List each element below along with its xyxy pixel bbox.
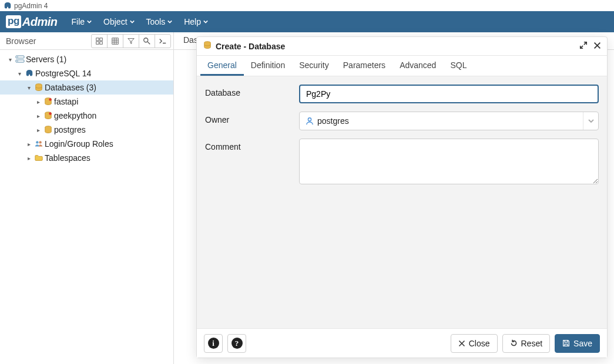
database-icon bbox=[33, 83, 45, 92]
tree-db-label: fastapi bbox=[54, 97, 78, 106]
logo-pg: pg bbox=[6, 15, 21, 28]
database-icon bbox=[203, 41, 212, 51]
toolbar-search-button[interactable] bbox=[139, 34, 155, 48]
toolbar-properties-button[interactable] bbox=[91, 34, 108, 48]
save-button[interactable]: Save bbox=[555, 334, 600, 353]
tree-server-postgresql[interactable]: ▾ PostgreSQL 14 bbox=[0, 66, 173, 80]
svg-point-8 bbox=[17, 60, 18, 62]
tree-tablespaces-label: Tablespaces bbox=[45, 153, 90, 163]
logo-admin: Admin bbox=[22, 15, 58, 29]
owner-value: postgres bbox=[317, 116, 349, 126]
filter-icon bbox=[127, 37, 135, 45]
tab-advanced[interactable]: Advanced bbox=[392, 56, 443, 76]
chevron-down-icon[interactable]: ▾ bbox=[15, 70, 24, 77]
terminal-icon bbox=[159, 37, 167, 45]
save-button-label: Save bbox=[573, 339, 592, 348]
svg-point-11 bbox=[49, 98, 51, 100]
svg-rect-5 bbox=[16, 56, 24, 58]
tree-tablespaces[interactable]: ▸ Tablespaces bbox=[0, 151, 173, 165]
close-button[interactable]: Close bbox=[451, 334, 498, 353]
tree-db-label: postgres bbox=[54, 125, 86, 134]
logo: pgAdmin bbox=[0, 15, 66, 29]
svg-point-15 bbox=[36, 141, 38, 143]
tab-sql[interactable]: SQL bbox=[443, 56, 474, 76]
chevron-down-icon[interactable]: ▾ bbox=[6, 56, 14, 63]
grid-icon bbox=[111, 37, 119, 45]
tree-servers-label: Servers (1) bbox=[26, 55, 66, 64]
chevron-down-icon bbox=[203, 19, 208, 24]
svg-point-18 bbox=[308, 118, 311, 121]
comment-textarea[interactable] bbox=[299, 139, 599, 184]
svg-rect-3 bbox=[100, 41, 102, 43]
menu-help[interactable]: Help bbox=[178, 11, 214, 32]
menu-file-label: File bbox=[72, 17, 85, 26]
properties-icon bbox=[95, 37, 103, 45]
tree-servers[interactable]: ▾ Servers (1) bbox=[0, 52, 173, 66]
servers-icon bbox=[14, 55, 26, 63]
svg-point-16 bbox=[39, 141, 41, 143]
reset-button[interactable]: Reset bbox=[502, 334, 551, 353]
tree-db-postgres[interactable]: ▸ postgres bbox=[0, 123, 173, 137]
close-icon bbox=[458, 340, 465, 347]
select-caret[interactable] bbox=[583, 112, 598, 130]
database-icon bbox=[42, 97, 54, 106]
info-button[interactable]: i bbox=[204, 334, 223, 353]
tab-parameters[interactable]: Parameters bbox=[336, 56, 392, 76]
reset-icon bbox=[510, 339, 518, 347]
toolbar-grid-button[interactable] bbox=[107, 34, 123, 48]
svg-rect-2 bbox=[96, 41, 99, 43]
main-nav: pgAdmin File Object Tools Help bbox=[0, 11, 614, 32]
tree-roles-label: Login/Group Roles bbox=[45, 139, 113, 149]
tree-server-label: PostgreSQL 14 bbox=[35, 69, 91, 78]
user-icon bbox=[306, 117, 314, 125]
tab-general[interactable]: General bbox=[200, 56, 244, 76]
menu-file[interactable]: File bbox=[66, 11, 98, 32]
chevron-right-icon[interactable]: ▸ bbox=[34, 127, 42, 133]
tree-db-geekpython[interactable]: ▸ geekpython bbox=[0, 109, 173, 123]
tab-definition[interactable]: Definition bbox=[244, 56, 292, 76]
save-icon bbox=[562, 339, 570, 347]
close-icon bbox=[593, 42, 601, 49]
comment-label: Comment bbox=[205, 139, 299, 151]
reset-button-label: Reset bbox=[521, 339, 543, 348]
svg-point-7 bbox=[17, 56, 18, 58]
browser-tree[interactable]: ▾ Servers (1) ▾ PostgreSQL 14 ▾ Database… bbox=[0, 50, 173, 364]
menu-help-label: Help bbox=[184, 17, 201, 26]
elephant-icon bbox=[24, 69, 35, 77]
users-icon bbox=[33, 140, 45, 148]
owner-select[interactable]: postgres bbox=[299, 112, 599, 130]
tree-login-roles[interactable]: ▸ Login/Group Roles bbox=[0, 137, 173, 151]
close-dialog-button[interactable] bbox=[593, 42, 601, 51]
menu-tools[interactable]: Tools bbox=[140, 11, 179, 32]
help-button[interactable]: ? bbox=[227, 334, 246, 353]
chevron-right-icon[interactable]: ▸ bbox=[34, 113, 42, 119]
elephant-icon bbox=[4, 2, 12, 10]
svg-point-13 bbox=[49, 112, 51, 114]
close-button-label: Close bbox=[469, 339, 490, 348]
chevron-down-icon bbox=[167, 19, 172, 24]
database-label: Database bbox=[205, 85, 299, 97]
chevron-right-icon[interactable]: ▸ bbox=[25, 155, 33, 161]
toolbar-filter-button[interactable] bbox=[123, 34, 139, 48]
menu-object-label: Object bbox=[103, 17, 127, 26]
svg-rect-0 bbox=[96, 38, 99, 40]
window-title: pgAdmin 4 bbox=[14, 2, 48, 10]
chevron-right-icon[interactable]: ▸ bbox=[34, 99, 42, 105]
info-icon: i bbox=[208, 338, 219, 349]
database-name-input[interactable] bbox=[299, 85, 599, 103]
svg-rect-6 bbox=[16, 60, 24, 62]
browser-title: Browser bbox=[6, 36, 36, 46]
dialog-tabs: General Definition Security Parameters A… bbox=[197, 56, 607, 76]
chevron-down-icon[interactable]: ▾ bbox=[25, 85, 33, 91]
folder-icon bbox=[33, 154, 45, 162]
chevron-down-icon bbox=[87, 19, 92, 24]
chevron-right-icon[interactable]: ▸ bbox=[25, 141, 33, 147]
tree-databases[interactable]: ▾ Databases (3) bbox=[0, 80, 173, 95]
tree-databases-label: Databases (3) bbox=[45, 83, 96, 92]
tree-db-fastapi[interactable]: ▸ fastapi bbox=[0, 95, 173, 109]
menu-object[interactable]: Object bbox=[98, 11, 140, 32]
expand-button[interactable] bbox=[579, 41, 588, 51]
tab-security[interactable]: Security bbox=[292, 56, 336, 76]
app-title-bar: pgAdmin 4 bbox=[0, 0, 614, 11]
toolbar-terminal-button[interactable] bbox=[155, 34, 171, 48]
